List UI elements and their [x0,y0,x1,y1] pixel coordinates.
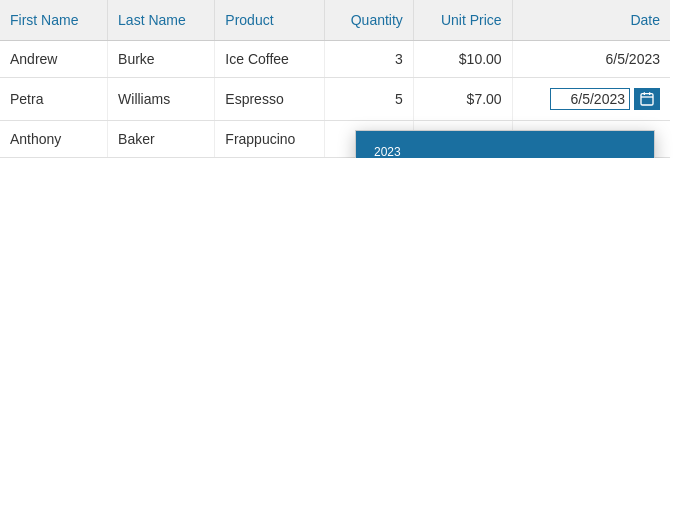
col-quantity: Quantity [325,0,413,41]
cell-last-name: Williams [108,78,215,121]
calendar-popup: 2023 Mon, Jun 5 ‹ OCTOBER 2022 › SU MO T… [355,130,655,158]
cell-product: Ice Coffee [215,41,325,78]
cell-date: 6/5/2023 [512,41,670,78]
col-date: Date [512,0,670,41]
cell-product: Espresso [215,78,325,121]
cell-unit-price: $7.00 [413,78,512,121]
cell-last-name: Baker [108,121,215,158]
calendar-year: 2023 [374,145,636,158]
cell-quantity: 3 [325,41,413,78]
cell-unit-price: $10.00 [413,41,512,78]
cell-product: Frappucino [215,121,325,158]
table-header-row: First Name Last Name Product Quantity Un… [0,0,670,41]
cell-first-name: Anthony [0,121,108,158]
calendar-icon-button[interactable] [634,88,660,110]
col-product: Product [215,0,325,41]
col-first-name: First Name [0,0,108,41]
date-input[interactable] [550,88,630,110]
table-row: Andrew Burke Ice Coffee 3 $10.00 6/5/202… [0,41,670,78]
cell-date [512,78,670,121]
table-row: Petra Williams Espresso 5 $7.00 [0,78,670,121]
cell-first-name: Petra [0,78,108,121]
svg-rect-0 [641,94,653,105]
cell-first-name: Andrew [0,41,108,78]
col-last-name: Last Name [108,0,215,41]
cell-last-name: Burke [108,41,215,78]
cell-quantity: 5 [325,78,413,121]
calendar-header: 2023 Mon, Jun 5 [356,131,654,158]
col-unit-price: Unit Price [413,0,512,41]
